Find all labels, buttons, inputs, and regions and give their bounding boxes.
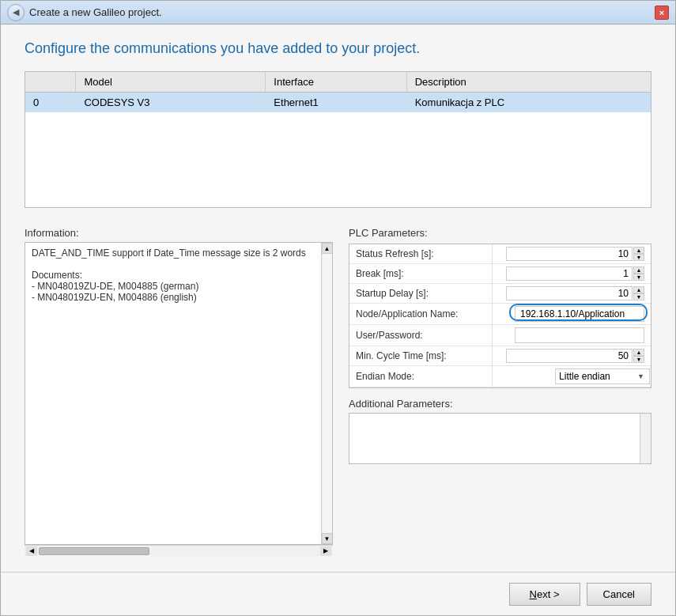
param-value-endian-mode: Little endian Big endian ▼ [492,366,651,387]
scroll-right-arrow[interactable]: ▶ [320,546,331,556]
additional-label: Additional Parameters: [349,398,651,410]
info-vertical-scrollbar[interactable]: ▲ ▼ [321,243,332,544]
col-model: Model [76,72,266,93]
spinbox-input-startup-delay[interactable] [506,286,633,300]
param-value-startup-delay: ▲ ▼ [492,284,651,304]
table-empty-area [25,112,651,207]
cancel-button[interactable]: Cancel [587,583,651,606]
col-interface: Interface [266,72,406,93]
cancel-label: Cancel [603,588,635,600]
user-password-input[interactable] [515,327,644,343]
spinbox-input-status-refresh[interactable] [506,247,633,261]
row-model: CODESYS V3 [76,93,266,113]
spinbox-down-min-cycle-time[interactable]: ▼ [633,356,644,363]
scroll-track [323,254,332,533]
param-value-node-name [492,304,651,325]
param-value-min-cycle-time: ▲ ▼ [492,346,651,366]
col-index [25,72,76,93]
communications-table: Model Interface Description 0 CODESYS V3… [25,72,651,112]
spinbox-up-startup-delay[interactable]: ▲ [633,286,644,293]
next-button[interactable]: Next > [509,583,580,606]
info-horizontal-scrollbar[interactable]: ◀ ▶ [25,545,333,556]
close-button[interactable]: × [655,6,669,20]
footer: Next > Cancel [1,572,675,615]
spinbox-down-status-refresh[interactable]: ▼ [633,254,644,261]
param-row-startup-delay: Startup Delay [s]: ▲ ▼ [349,284,651,304]
back-button[interactable]: ◀ [7,4,25,21]
additional-textarea[interactable] [349,414,640,463]
param-name-startup-delay: Startup Delay [s]: [349,284,492,304]
scroll-down-arrow[interactable]: ▼ [322,533,333,544]
communications-table-container: Model Interface Description 0 CODESYS V3… [25,71,651,208]
param-name-node-name: Node/Application Name: [349,304,492,325]
title-bar: ◀ Create a new Galileo project. × [1,1,675,25]
scroll-thumb[interactable] [39,547,149,555]
spinbox-min-cycle-time: ▲ ▼ [499,349,645,363]
scroll-up-arrow[interactable]: ▲ [322,243,333,254]
param-value-user-password [492,325,651,346]
param-row-endian-mode: Endian Mode: Little endian Big endian ▼ [349,366,651,387]
plc-label: PLC Parameters: [349,227,651,239]
node-field-container [499,306,645,322]
param-name-break: Break [ms]: [349,264,492,284]
param-name-min-cycle-time: Min. Cycle Time [ms]: [349,346,492,366]
additional-section: Additional Parameters: [349,398,651,464]
param-value-status-refresh: ▲ ▼ [492,244,651,264]
row-description: Komunikacja z PLC [406,93,651,113]
title-bar-left: ◀ Create a new Galileo project. [7,4,162,21]
param-row-break: Break [ms]: ▲ ▼ [349,264,651,284]
spinbox-arrows-status-refresh: ▲ ▼ [633,247,644,261]
window-title: Create a new Galileo project. [29,6,162,18]
spinbox-up-break[interactable]: ▲ [633,266,644,274]
plc-params-table: Status Refresh [s]: ▲ ▼ [349,244,651,388]
info-textarea[interactable] [25,243,332,544]
scroll-left-arrow[interactable]: ◀ [26,546,37,556]
param-name-status-refresh: Status Refresh [s]: [349,244,492,264]
info-label: Information: [25,227,333,239]
spinbox-status-refresh: ▲ ▼ [499,247,645,261]
page-title: Configure the communications you have ad… [25,40,651,57]
spinbox-up-status-refresh[interactable]: ▲ [633,247,644,254]
main-window: ◀ Create a new Galileo project. × Config… [0,0,676,616]
param-row-user-password: User/Password: [349,325,651,346]
info-textarea-container: ▲ ▼ [25,242,333,545]
spinbox-startup-delay: ▲ ▼ [499,286,645,300]
bottom-section: Information: ▲ ▼ ◀ ▶ P [25,227,651,556]
spinbox-input-break[interactable] [506,266,633,281]
additional-textarea-container [349,413,651,464]
param-row-status-refresh: Status Refresh [s]: ▲ ▼ [349,244,651,264]
plc-panel: PLC Parameters: Status Refresh [s]: [349,227,651,556]
table-row[interactable]: 0 CODESYS V3 Ethernet1 Komunikacja z PLC [25,93,651,113]
spinbox-up-min-cycle-time[interactable]: ▲ [633,349,644,356]
param-value-break: ▲ ▼ [492,264,651,284]
row-interface: Ethernet1 [266,93,406,113]
param-row-node-name: Node/Application Name: [349,304,651,325]
param-name-endian-mode: Endian Mode: [349,366,492,387]
next-label: Next > [530,588,560,600]
spinbox-down-startup-delay[interactable]: ▼ [633,293,644,300]
endian-mode-select[interactable]: Little endian Big endian [555,368,650,384]
info-panel: Information: ▲ ▼ ◀ ▶ [25,227,333,556]
col-description: Description [406,72,651,93]
table-header-row: Model Interface Description [25,72,651,93]
main-content: Configure the communications you have ad… [1,25,675,572]
node-application-input[interactable] [515,306,644,322]
spinbox-down-break[interactable]: ▼ [633,274,644,281]
spinbox-arrows-startup-delay: ▲ ▼ [633,286,644,300]
row-index: 0 [25,93,76,113]
spinbox-input-min-cycle-time[interactable] [506,349,633,363]
additional-vertical-scrollbar[interactable] [640,414,651,463]
param-row-min-cycle-time: Min. Cycle Time [ms]: ▲ ▼ [349,346,651,366]
spinbox-arrows-min-cycle-time: ▲ ▼ [633,349,644,363]
param-name-user-password: User/Password: [349,325,492,346]
spinbox-break: ▲ ▼ [499,266,645,281]
dropdown-endian-mode: Little endian Big endian ▼ [499,368,645,384]
spinbox-arrows-break: ▲ ▼ [633,266,644,281]
